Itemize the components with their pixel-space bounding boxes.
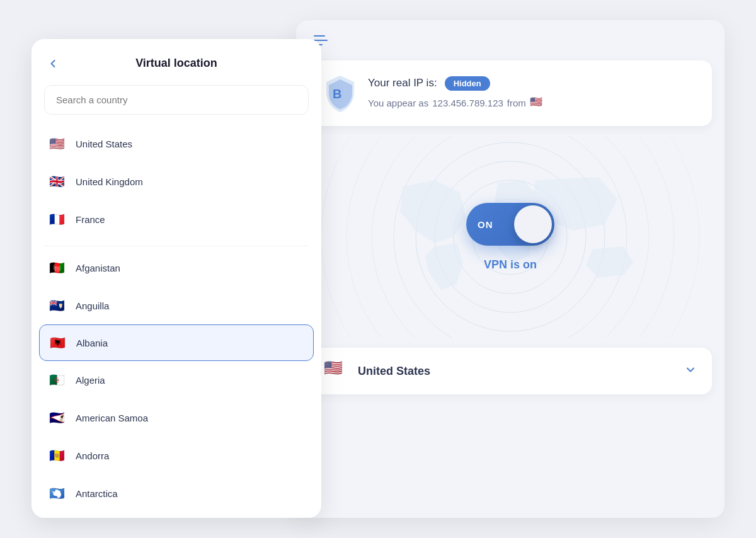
flag-ad: 🇦🇩 xyxy=(47,445,67,466)
country-name-af: Afganistan xyxy=(76,263,120,273)
country-item-ai[interactable]: 🇦🇮 Anguilla xyxy=(32,287,321,324)
vpn-toggle-container: ON VPN is on xyxy=(466,203,554,272)
back-button[interactable] xyxy=(47,57,59,70)
flag-fr: 🇫🇷 xyxy=(47,209,67,229)
country-name-fr: France xyxy=(76,214,105,225)
selected-country-name: United States xyxy=(358,365,684,378)
flag-us: 🇺🇸 xyxy=(47,134,67,154)
ip-status-row: Your real IP is: Hidden xyxy=(368,76,697,91)
ip-label: Your real IP is: xyxy=(368,77,437,89)
country-item-as[interactable]: 🇦🇸 American Samoa xyxy=(32,399,321,437)
svg-text:B: B xyxy=(333,87,341,101)
country-item-dz[interactable]: 🇩🇿 Algeria xyxy=(32,361,321,399)
ip-address-row: You appear as 123.456.789.123 from 🇺🇸 xyxy=(368,96,697,111)
top-countries-section: 🇺🇸 United States 🇬🇧 United Kingdom 🇫🇷 Fr… xyxy=(32,125,321,243)
ip-address: 123.456.789.123 xyxy=(432,98,503,108)
flag-gb: 🇬🇧 xyxy=(47,171,67,192)
country-item-gb[interactable]: 🇬🇧 United Kingdom xyxy=(32,163,321,200)
flag-aq: 🇦🇶 xyxy=(47,483,67,503)
ip-country-flag: 🇺🇸 xyxy=(530,96,545,111)
from-label: from xyxy=(507,98,526,108)
country-name-us: United States xyxy=(76,139,132,149)
country-item-al[interactable]: 🇦🇱 Albania xyxy=(39,324,314,361)
selected-country-flag: 🇺🇸 xyxy=(324,359,348,383)
ip-info-card: B Your real IP is: Hidden You appear as … xyxy=(309,60,712,126)
country-name-ad: Andorra xyxy=(76,450,109,461)
all-countries-section: 🇦🇫 Afganistan 🇦🇮 Anguilla 🇦🇱 Albania 🇩🇿 … xyxy=(32,249,321,517)
ip-details: Your real IP is: Hidden You appear as 12… xyxy=(368,76,697,111)
vpn-toggle-switch[interactable]: ON xyxy=(466,203,554,246)
panel-header: Virtual location xyxy=(32,39,321,80)
country-item-ad[interactable]: 🇦🇩 Andorra xyxy=(32,437,321,474)
country-item-us[interactable]: 🇺🇸 United States xyxy=(32,125,321,163)
menu-button[interactable] xyxy=(314,35,707,45)
menu-line-1 xyxy=(314,35,325,37)
toggle-knob xyxy=(514,205,552,243)
country-name-as: American Samoa xyxy=(76,413,148,423)
toggle-on-label: ON xyxy=(478,219,493,229)
country-name-gb: United Kingdom xyxy=(76,176,143,187)
panel-title: Virtual location xyxy=(135,57,217,70)
flag-al: 🇦🇱 xyxy=(47,333,67,353)
country-name-ai: Anguilla xyxy=(76,300,109,311)
hidden-badge: Hidden xyxy=(445,76,490,91)
country-item-af[interactable]: 🇦🇫 Afganistan xyxy=(32,249,321,287)
flag-dz: 🇩🇿 xyxy=(47,370,67,390)
appear-label: You appear as xyxy=(368,98,428,108)
search-container xyxy=(32,80,321,125)
country-name-dz: Algeria xyxy=(76,375,105,386)
chevron-down-icon xyxy=(684,363,697,379)
right-header xyxy=(296,20,724,60)
flag-af: 🇦🇫 xyxy=(47,258,67,278)
country-item-aq[interactable]: 🇦🇶 Antarctica xyxy=(32,474,321,512)
country-name-al: Albania xyxy=(76,338,108,348)
shield-icon: B xyxy=(324,74,357,112)
country-selector-card[interactable]: 🇺🇸 United States xyxy=(309,348,712,394)
country-name-aq: Antarctica xyxy=(76,488,118,499)
country-list-panel: Virtual location 🇺🇸 United States 🇬🇧 Uni… xyxy=(32,39,321,518)
search-input[interactable] xyxy=(44,85,309,115)
flag-ai: 🇦🇮 xyxy=(47,295,67,316)
vpn-status-label: VPN is on xyxy=(484,258,537,272)
flag-as: 🇦🇸 xyxy=(47,408,67,428)
country-item-fr[interactable]: 🇫🇷 France xyxy=(32,200,321,238)
vpn-status-panel: B Your real IP is: Hidden You appear as … xyxy=(296,20,724,518)
map-toggle-area: ON VPN is on xyxy=(296,136,724,338)
section-divider xyxy=(44,246,309,246)
